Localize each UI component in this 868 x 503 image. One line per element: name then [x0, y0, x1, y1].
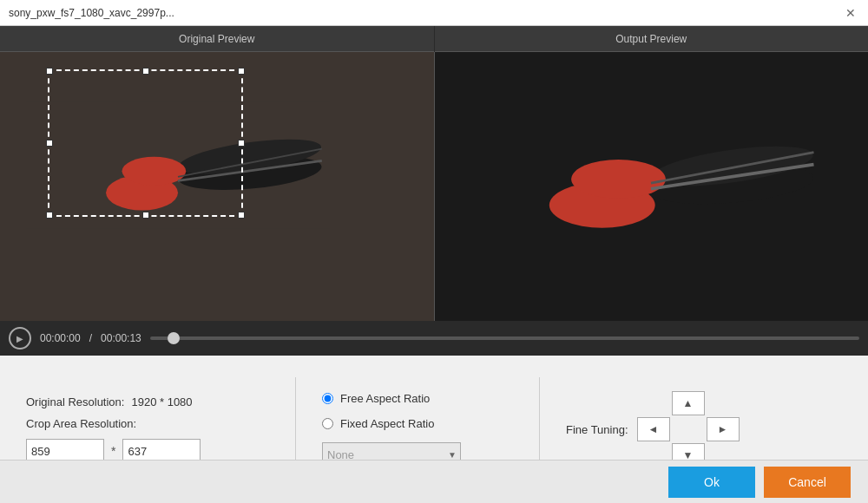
crop-handle-top-center[interactable]: [142, 68, 149, 75]
output-preview-panel: Output Preview: [435, 26, 869, 321]
cancel-button[interactable]: Cancel: [764, 467, 851, 498]
timeline-bar: ▶ 00:00:00 / 00:00:13: [0, 321, 868, 356]
original-preview-canvas[interactable]: [0, 52, 434, 321]
close-button[interactable]: ✕: [842, 4, 859, 22]
time-separator: /: [89, 332, 92, 344]
arrow-center-placeholder: [672, 417, 705, 441]
arrow-right-button[interactable]: ►: [707, 417, 740, 441]
bottom-bar: Ok Cancel: [0, 460, 868, 503]
left-controls: Original Resolution: 1920 * 1080 Crop Ar…: [26, 395, 269, 463]
current-time: 00:00:00: [40, 332, 81, 344]
output-preview-header: Output Preview: [435, 26, 869, 52]
fixed-aspect-radio[interactable]: [322, 418, 333, 429]
arrow-left-button[interactable]: ◄: [637, 417, 670, 441]
middle-controls: Free Aspect Ratio Fixed Aspect Ratio Non…: [322, 392, 513, 467]
preview-section: Original Preview: [0, 26, 868, 321]
crop-selection-box[interactable]: [48, 69, 243, 217]
right-controls: Fine Tuning: Fine Tuning: ▲ ◄ ► ▼: [566, 391, 740, 467]
crop-handle-middle-right[interactable]: [238, 140, 245, 147]
svg-point-11: [571, 160, 666, 199]
crop-handle-bottom-left[interactable]: [46, 212, 53, 219]
crop-handle-middle-left[interactable]: [46, 140, 53, 147]
original-preview-panel: Original Preview: [0, 26, 434, 321]
fixed-aspect-row: Fixed Aspect Ratio: [322, 417, 513, 430]
fine-tuning-label2: Fine Tuning:: [566, 423, 628, 436]
crop-handle-top-right[interactable]: [238, 68, 245, 75]
crop-handle-bottom-right[interactable]: [238, 212, 245, 219]
output-scissors-image: [486, 108, 816, 238]
crop-handle-top-left[interactable]: [46, 68, 53, 75]
free-aspect-label: Free Aspect Ratio: [340, 392, 430, 405]
original-resolution-row: Original Resolution: 1920 * 1080: [26, 395, 269, 408]
play-button[interactable]: ▶: [9, 327, 31, 349]
arrow-up-button[interactable]: ▲: [672, 391, 705, 415]
output-preview-canvas: [435, 52, 869, 321]
crop-handle-bottom-center[interactable]: [142, 212, 149, 219]
free-aspect-radio[interactable]: [322, 393, 333, 404]
original-preview-label: Original Preview: [179, 33, 254, 45]
original-preview-header: Original Preview: [0, 26, 434, 52]
free-aspect-row: Free Aspect Ratio: [322, 392, 513, 405]
multiply-sign: *: [111, 444, 115, 458]
total-time: 00:00:13: [101, 332, 141, 344]
crop-area-label: Crop Area Resolution:: [26, 417, 136, 430]
title-bar: sony_pxw_fs7_1080_xavc_2997p... ✕: [0, 0, 868, 26]
fixed-aspect-label: Fixed Aspect Ratio: [340, 417, 434, 430]
ok-button[interactable]: Ok: [668, 467, 755, 498]
crop-area-label-row: Crop Area Resolution:: [26, 417, 269, 430]
output-preview-label: Output Preview: [615, 33, 687, 45]
timeline-thumb[interactable]: [168, 332, 180, 344]
timeline-track[interactable]: [150, 336, 859, 340]
original-resolution-label: Original Resolution:: [26, 395, 124, 408]
original-resolution-value: 1920 * 1080: [131, 395, 192, 408]
window-title: sony_pxw_fs7_1080_xavc_2997p...: [9, 7, 174, 19]
